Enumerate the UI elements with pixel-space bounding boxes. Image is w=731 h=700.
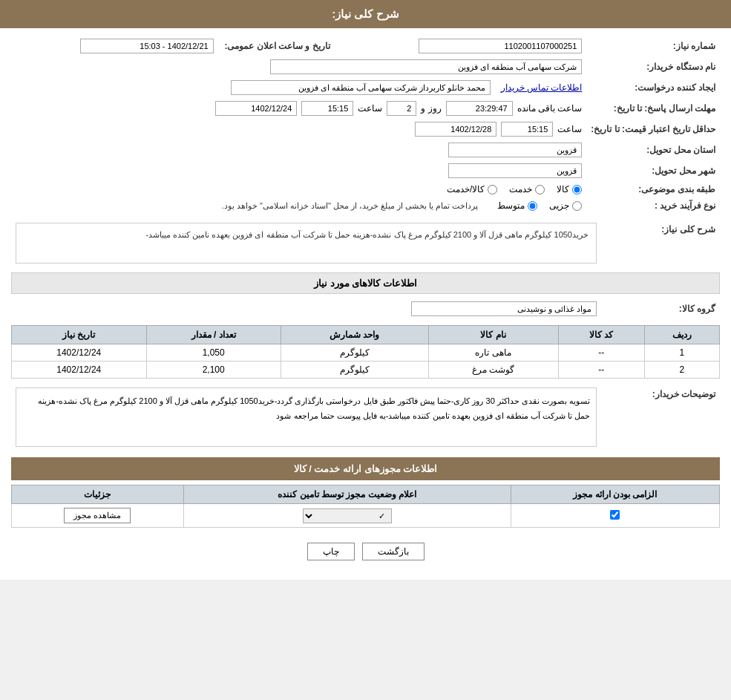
permits-col-details: جزئیات bbox=[12, 485, 184, 504]
goods-group-cell bbox=[11, 298, 601, 319]
reply-time-label: ساعت bbox=[358, 103, 382, 114]
buyer-notes-table: توضیحات خریدار: تسویه بصورت نقدی حداکثر … bbox=[11, 385, 720, 450]
creator-label: ایجاد کننده درخواست: bbox=[586, 77, 720, 98]
permits-status-select[interactable]: ✓ -- bbox=[303, 508, 392, 523]
col-name: نام کالا bbox=[428, 326, 558, 344]
back-button[interactable]: بازگشت bbox=[362, 543, 424, 560]
process-motavaset-option[interactable]: متوسط bbox=[497, 200, 537, 211]
category-kala-option[interactable]: کالا bbox=[557, 184, 582, 194]
need-desc-box: خرید1050 کیلوگرم ماهی قزل آلا و 2100 کیل… bbox=[16, 223, 597, 264]
print-button[interactable]: چاپ bbox=[307, 543, 355, 560]
col-code: کد کالا bbox=[558, 326, 644, 344]
price-validity-date-input[interactable] bbox=[415, 122, 496, 137]
row-1-num: 1 bbox=[644, 344, 719, 362]
category-cell: کالا خدمت کالا/خدمت bbox=[11, 181, 586, 197]
city-cell bbox=[11, 160, 586, 181]
row-2-date: 1402/12/24 bbox=[12, 362, 147, 379]
need-desc-label: شرح کلی نیاز: bbox=[601, 220, 720, 266]
need-desc-table: شرح کلی نیاز: خرید1050 کیلوگرم ماهی قزل … bbox=[11, 220, 720, 266]
reply-days-input[interactable] bbox=[387, 101, 416, 116]
goods-table: ردیف کد کالا نام کالا واحد شمارش تعداد /… bbox=[11, 325, 720, 379]
row-2-unit: کیلوگرم bbox=[281, 362, 428, 379]
page-container: شرح کلی نیاز: شماره نیاز: تاریخ و ساعت ا… bbox=[0, 0, 731, 580]
permits-col-status: اعلام وضعیت مجوز توسط تامین کننده bbox=[183, 485, 511, 504]
reply-deadline-cell: ساعت باقی مانده روز و ساعت bbox=[11, 98, 586, 119]
permits-status-cell: ✓ -- bbox=[183, 504, 511, 528]
province-cell bbox=[11, 140, 586, 160]
row-1-date: 1402/12/24 bbox=[12, 344, 147, 362]
col-qty: تعداد / مقدار bbox=[146, 326, 281, 344]
goods-group-input[interactable] bbox=[411, 301, 597, 316]
buyer-notes-box: تسویه بصورت نقدی حداکثر 30 روز کاری-حتما… bbox=[16, 387, 597, 447]
row-2-num: 2 bbox=[644, 362, 719, 379]
permits-col-required: الزامی بودن ارائه مجوز bbox=[511, 485, 719, 504]
need-number-cell bbox=[337, 36, 587, 56]
need-desc-cell: خرید1050 کیلوگرم ماهی قزل آلا و 2100 کیل… bbox=[11, 220, 601, 266]
reply-days-label: روز و bbox=[421, 103, 441, 114]
province-input[interactable] bbox=[448, 143, 582, 157]
footer-buttons: بازگشت چاپ bbox=[11, 534, 720, 572]
page-header: شرح کلی نیاز: bbox=[0, 0, 731, 28]
need-number-input[interactable] bbox=[419, 39, 582, 53]
col-date: تاریخ نیاز bbox=[12, 326, 147, 344]
goods-info-header: اطلاعات کالاهای مورد نیاز bbox=[11, 272, 720, 294]
table-row: 2 -- گوشت مرغ کیلوگرم 2,100 1402/12/24 bbox=[12, 362, 720, 379]
goods-group-label: گروه کالا: bbox=[601, 298, 720, 319]
announce-datetime-label: تاریخ و ساعت اعلان عمومی: bbox=[218, 36, 337, 56]
permits-header: اطلاعات مجوزهای ارائه خدمت / کالا bbox=[11, 457, 720, 480]
view-permit-button[interactable]: مشاهده مجوز bbox=[64, 508, 131, 523]
need-desc-text: خرید1050 کیلوگرم ماهی قزل آلا و 2100 کیل… bbox=[146, 230, 589, 239]
category-kala-radio[interactable] bbox=[572, 185, 582, 194]
price-validity-time-input[interactable] bbox=[501, 122, 553, 137]
reply-time-input[interactable] bbox=[301, 101, 353, 116]
city-input[interactable] bbox=[448, 163, 582, 178]
header-title: شرح کلی نیاز: bbox=[332, 7, 399, 20]
buyer-org-cell bbox=[11, 56, 586, 77]
row-1-qty: 1,050 bbox=[146, 344, 281, 362]
category-kala-khedmat-radio[interactable] bbox=[488, 185, 497, 194]
buyer-notes-cell: تسویه بصورت نقدی حداکثر 30 روز کاری-حتما… bbox=[11, 385, 601, 450]
category-label: طبقه بندی موضوعی: bbox=[586, 181, 720, 197]
permits-required-cell bbox=[511, 504, 719, 528]
process-jozii-option[interactable]: جزیی bbox=[549, 200, 582, 211]
creator-input[interactable] bbox=[231, 80, 491, 95]
reply-remaining-input[interactable] bbox=[446, 101, 513, 116]
category-khedmat-option[interactable]: خدمت bbox=[509, 184, 545, 194]
price-validity-cell: ساعت bbox=[11, 119, 586, 140]
row-2-code: -- bbox=[558, 362, 644, 379]
permits-table: الزامی بودن ارائه مجوز اعلام وضعیت مجوز … bbox=[11, 485, 720, 528]
price-validity-time-label: ساعت bbox=[557, 124, 582, 134]
col-row: ردیف bbox=[644, 326, 719, 344]
process-jozii-radio[interactable] bbox=[572, 201, 582, 211]
permits-details-cell: مشاهده مجوز bbox=[12, 504, 184, 528]
reply-date-input[interactable] bbox=[215, 101, 297, 116]
creator-link[interactable]: اطلاعات تماس خریدار bbox=[501, 82, 583, 93]
row-2-name: گوشت مرغ bbox=[428, 362, 558, 379]
announce-datetime-input[interactable] bbox=[80, 39, 214, 53]
creator-cell: اطلاعات تماس خریدار bbox=[11, 77, 586, 98]
goods-group-table: گروه کالا: bbox=[11, 298, 720, 319]
row-1-unit: کیلوگرم bbox=[281, 344, 428, 362]
process-motavaset-radio[interactable] bbox=[528, 201, 537, 211]
category-khedmat-radio[interactable] bbox=[535, 185, 545, 194]
main-content: شماره نیاز: تاریخ و ساعت اعلان عمومی: نا… bbox=[0, 28, 731, 580]
process-note: پرداخت تمام یا بخشی از مبلغ خرید، از محل… bbox=[222, 201, 479, 211]
buyer-notes-text: تسویه بصورت نقدی حداکثر 30 روز کاری-حتما… bbox=[38, 396, 590, 420]
need-number-label: شماره نیاز: bbox=[586, 36, 720, 56]
process-cell: جزیی متوسط پرداخت تمام یا بخشی از مبلغ خ… bbox=[11, 197, 586, 214]
table-row: 1 -- ماهی تاره کیلوگرم 1,050 1402/12/24 bbox=[12, 344, 720, 362]
category-kala-khedmat-option[interactable]: کالا/خدمت bbox=[447, 184, 497, 194]
row-2-qty: 2,100 bbox=[146, 362, 281, 379]
permits-required-checkbox[interactable] bbox=[610, 510, 620, 520]
reply-deadline-label: مهلت ارسال پاسخ: تا تاریخ: bbox=[586, 98, 720, 119]
col-unit: واحد شمارش bbox=[281, 326, 428, 344]
city-label: شهر محل تحویل: bbox=[586, 160, 720, 181]
buyer-org-input[interactable] bbox=[270, 59, 582, 74]
buyer-org-label: نام دستگاه خریدار: bbox=[586, 56, 720, 77]
reply-remaining-label: ساعت باقی مانده bbox=[517, 103, 583, 114]
price-validity-label: حداقل تاریخ اعتبار قیمت: تا تاریخ: bbox=[586, 119, 720, 140]
buyer-notes-label: توضیحات خریدار: bbox=[601, 385, 720, 450]
process-label: نوع فرآیند خرید : bbox=[586, 197, 720, 214]
province-label: استان محل تحویل: bbox=[586, 140, 720, 160]
permits-row: ✓ -- مشاهده مجوز bbox=[12, 504, 720, 528]
